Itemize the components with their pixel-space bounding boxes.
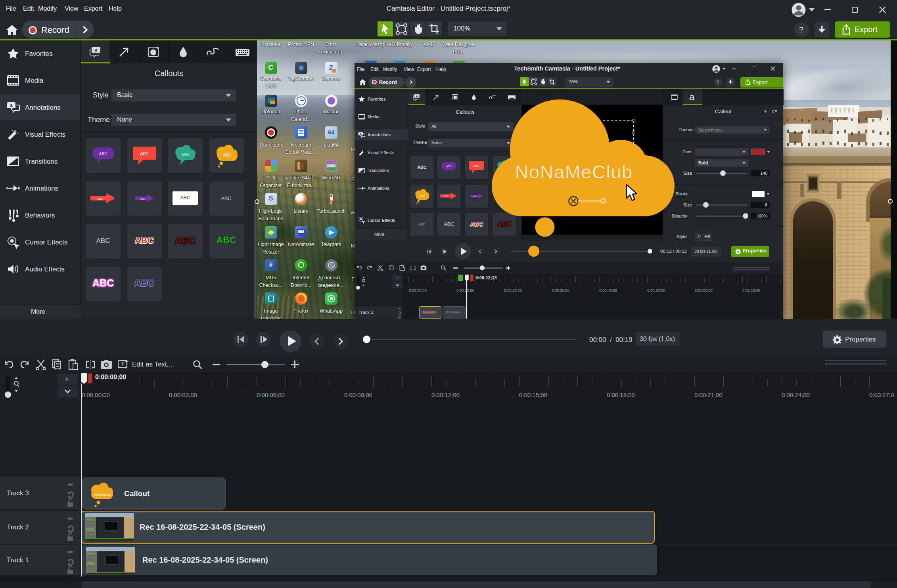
svg-text:ABC: ABC	[420, 195, 425, 197]
svg-text:ABC: ABC	[473, 196, 477, 197]
svg-text:NoNaMeClub: NoNaMeClub	[93, 493, 111, 496]
svg-text:ABC: ABC	[445, 195, 448, 197]
svg-text:ABC: ABC	[182, 153, 190, 157]
svg-text:ABC: ABC	[446, 165, 452, 168]
svg-text:T: T	[121, 362, 125, 367]
svg-text:ABC: ABC	[97, 197, 103, 200]
svg-text:NoNaMeClub: NoNaMeClub	[515, 161, 632, 182]
svg-text:a: a	[360, 132, 362, 135]
svg-text:ABC: ABC	[140, 198, 144, 200]
svg-text:a: a	[10, 103, 13, 108]
svg-text:ABC: ABC	[140, 151, 149, 156]
svg-text:a: a	[95, 47, 98, 53]
svg-text:ABC: ABC	[473, 164, 479, 168]
svg-text:ABC: ABC	[223, 153, 231, 157]
svg-text:ABC: ABC	[99, 152, 107, 156]
